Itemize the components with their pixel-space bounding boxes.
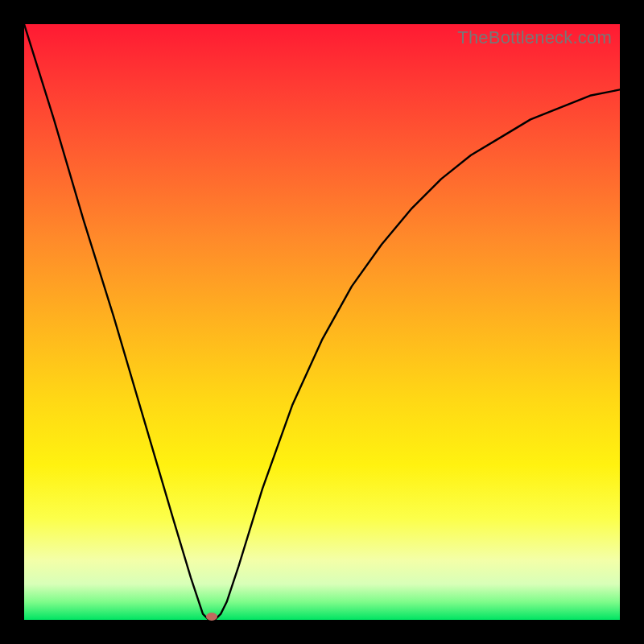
watermark-text: TheBottleneck.com [457, 27, 612, 48]
plot-area: TheBottleneck.com [24, 24, 620, 620]
curve-path [24, 24, 620, 620]
optimum-marker [206, 613, 217, 621]
bottleneck-curve [24, 24, 620, 620]
chart-frame: TheBottleneck.com [0, 0, 644, 644]
